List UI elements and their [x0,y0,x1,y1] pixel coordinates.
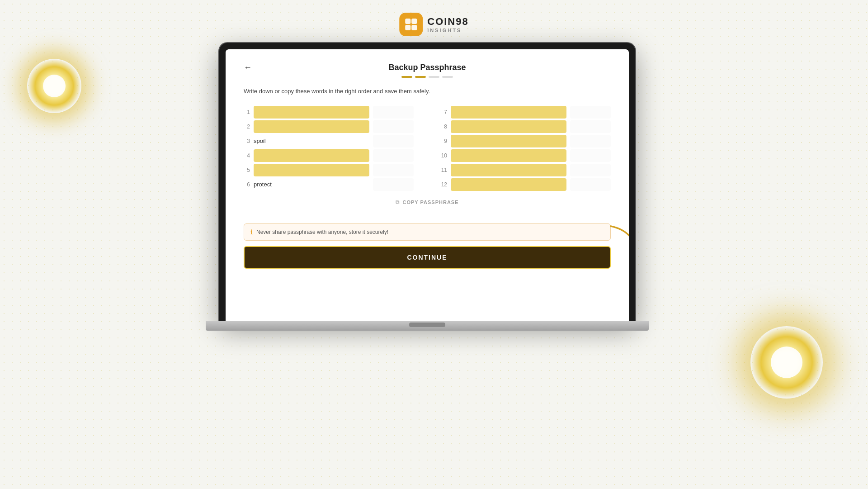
logo-subtitle: INSIGHTS [427,28,468,33]
step-4 [442,76,453,78]
phrase-row-5: 5 [244,163,414,177]
phrase-row-6: 6 protect [244,177,414,192]
phrase-row-12: 12 [441,177,611,192]
phrase-hint-8 [570,120,611,133]
step-1 [401,76,412,78]
copy-icon: ⧉ [396,199,400,205]
svg-rect-3 [411,25,417,30]
laptop-screen-inner: ← Backup Passphrase Write down or copy t… [226,49,629,321]
phrase-hint-3 [373,135,414,147]
phrase-hint-5 [373,164,414,176]
svg-rect-1 [411,19,417,24]
phrase-num-12: 12 [441,181,447,188]
phrase-hint-9 [570,135,611,147]
phrase-hint-4 [373,149,414,162]
logo-icon [399,13,423,36]
laptop-base [206,321,649,331]
phrase-row-7: 7 [441,105,611,119]
phrase-row-2: 2 [244,119,414,134]
laptop-frame: ← Backup Passphrase Write down or copy t… [219,43,649,331]
phrase-hint-11 [570,164,611,176]
warning-text: Never share passphrase with anyone, stor… [256,229,388,235]
phrase-num-7: 7 [441,109,447,115]
svg-rect-2 [405,25,410,30]
phrase-cell-3: spoil [254,135,369,147]
phrase-num-9: 9 [441,138,447,144]
phrase-cell-7 [451,106,566,119]
logo-name: COIN98 [427,16,468,28]
phrase-cell-2 [254,120,369,133]
phrase-cell-10 [451,149,566,162]
phrase-num-2: 2 [244,123,250,130]
phrase-num-3: 3 [244,138,250,144]
step-2 [415,76,426,78]
passphrase-grid: 1 2 3 spoil [244,105,611,192]
continue-button[interactable]: CONTINUE [244,246,611,269]
svg-rect-0 [405,19,410,24]
copy-passphrase-button[interactable]: ⧉ COPY PASSPHRASE [244,199,611,205]
instruction-text: Write down or copy these words in the ri… [244,87,611,96]
phrase-cell-4 [254,149,369,162]
phrase-num-6: 6 [244,181,250,188]
phrase-num-8: 8 [441,123,447,130]
glow-decoration-left [27,59,81,113]
phrase-cell-1 [254,106,369,119]
logo-text: COIN98 INSIGHTS [427,16,468,33]
warning-banner: ℹ Never share passphrase with anyone, st… [244,223,611,241]
step-3 [429,76,439,78]
phrase-cell-9 [451,135,566,147]
phrase-row-1: 1 [244,105,414,119]
phrase-row-3: 3 spoil [244,134,414,148]
phrase-cell-8 [451,120,566,133]
glow-decoration-right [750,326,823,399]
phrase-num-4: 4 [244,152,250,159]
app-header: ← Backup Passphrase [244,63,611,72]
phrase-cell-11 [451,164,566,176]
app-content: ← Backup Passphrase Write down or copy t… [226,49,629,321]
top-logo: COIN98 INSIGHTS [399,13,468,36]
copy-passphrase-label: COPY PASSPHRASE [402,199,458,205]
phrase-row-9: 9 [441,134,611,148]
phrase-cell-6: protect [254,178,369,191]
phrase-hint-10 [570,149,611,162]
phrase-row-10: 10 [441,148,611,163]
phrase-row-4: 4 [244,148,414,163]
arrow-pointer [606,222,629,264]
phrase-num-10: 10 [441,152,447,159]
phrase-row-8: 8 [441,119,611,134]
phrase-num-5: 5 [244,167,250,173]
phrase-hint-7 [570,106,611,119]
warning-icon: ℹ [250,228,253,236]
phrase-hint-1 [373,106,414,119]
phrase-cell-5 [254,164,369,176]
phrase-hint-12 [570,178,611,191]
phrase-hint-2 [373,120,414,133]
page-title: Backup Passphrase [388,63,466,72]
phrase-hint-6 [373,178,414,191]
back-button[interactable]: ← [244,63,252,72]
phrase-row-11: 11 [441,163,611,177]
bottom-section: ℹ Never share passphrase with anyone, st… [244,223,611,269]
laptop-screen-outer: ← Backup Passphrase Write down or copy t… [219,43,635,321]
phrase-num-1: 1 [244,109,250,115]
phrase-num-11: 11 [441,167,447,173]
step-indicators [244,76,611,78]
phrase-cell-12 [451,178,566,191]
